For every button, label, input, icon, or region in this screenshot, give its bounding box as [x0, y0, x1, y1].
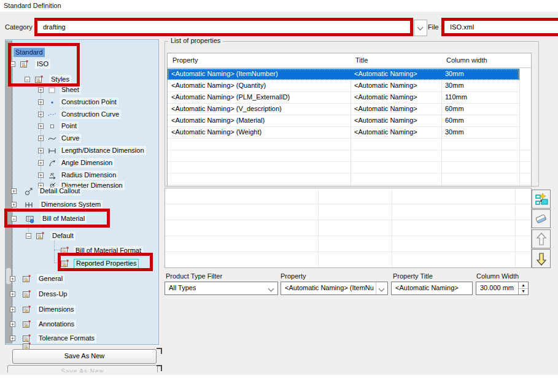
add-property-button[interactable] — [532, 190, 551, 209]
sheet-icon — [48, 86, 56, 94]
tree-item[interactable]: +Angle Dimension — [0, 158, 159, 167]
move-down-button[interactable] — [532, 249, 551, 268]
cell-column-width: 60mm — [445, 105, 464, 112]
expand-icon[interactable]: + — [38, 172, 44, 178]
page-background — [0, 375, 558, 392]
tree-item-label[interactable]: Dimensions System — [39, 200, 103, 209]
spinner-down-icon[interactable]: ▼ — [519, 288, 528, 294]
standard-doc-icon — [22, 290, 31, 299]
standard-doc-icon — [22, 306, 31, 314]
expand-icon[interactable]: + — [11, 202, 17, 207]
collapse-icon[interactable]: − — [10, 61, 15, 67]
column-header-column-width[interactable]: Column width — [446, 56, 487, 64]
standard-doc-icon — [22, 320, 31, 329]
expand-icon[interactable]: + — [11, 188, 17, 194]
expand-icon[interactable]: + — [10, 291, 15, 297]
tree-item[interactable]: +Dimensions — [0, 305, 159, 314]
tree-item-label[interactable]: Bill of Material — [41, 214, 87, 223]
tree-item[interactable]: +Dress-Up — [0, 290, 159, 299]
column-width-value: 30.000 mm — [480, 284, 514, 291]
tree-item[interactable]: +Sheet — [0, 85, 159, 94]
tree-item[interactable]: −Default — [0, 231, 159, 240]
column-header-property[interactable]: Property — [172, 56, 198, 64]
expand-icon[interactable]: + — [10, 276, 15, 282]
tree-item[interactable]: +Construction Curve — [0, 110, 159, 119]
expand-icon[interactable]: + — [10, 321, 15, 327]
tree-item-label[interactable]: Standard — [14, 48, 45, 57]
tree-item-label[interactable]: Reported Properties — [74, 259, 139, 269]
cell-title: <Automatic Naming> — [354, 93, 417, 101]
tree-item-label[interactable]: ISO — [35, 60, 50, 69]
tree-item[interactable]: +Annotations — [0, 320, 159, 329]
tree-item[interactable]: +Point — [0, 121, 159, 131]
tree-item[interactable]: −Styles — [0, 75, 159, 84]
expand-icon[interactable]: + — [38, 148, 44, 153]
tree-item-label[interactable]: Detail Callout — [38, 186, 82, 196]
column-width-spinner[interactable]: 30.000 mm ▲ ▼ — [476, 282, 529, 295]
window-titlebar — [0, 0, 558, 12]
tree-item-label[interactable]: Bill of Material Format — [74, 246, 143, 255]
save-as-new-button[interactable]: Save As New — [12, 349, 157, 364]
expand-icon[interactable]: + — [38, 136, 44, 141]
table-row[interactable]: <Automatic Naming> (Quantity)<Automatic … — [168, 80, 519, 92]
expand-icon[interactable]: + — [38, 112, 44, 117]
product-type-filter-select[interactable]: All Types — [165, 282, 278, 295]
collapse-icon[interactable]: − — [26, 233, 31, 239]
collapse-icon[interactable]: − — [25, 77, 30, 82]
tree-item[interactable]: Reported Properties — [0, 259, 159, 268]
category-dropdown-button[interactable] — [414, 20, 427, 36]
expand-icon[interactable]: + — [38, 123, 44, 129]
collapse-icon[interactable]: − — [11, 216, 17, 221]
table-row[interactable]: <Automatic Naming> (ItemNumber)<Automati… — [168, 69, 519, 80]
column-header-title[interactable]: Title — [355, 56, 368, 64]
cell-column-width: 60mm — [445, 117, 464, 124]
expand-icon[interactable]: + — [10, 307, 15, 312]
category-value: drafting — [37, 21, 413, 34]
tree-item-label[interactable]: General — [37, 274, 64, 283]
product-type-filter-label: Product Type Filter — [166, 272, 222, 280]
dropdown-separator — [376, 282, 376, 294]
property-select[interactable]: <Automatic Naming> (ItemNu — [281, 282, 388, 295]
tree-item[interactable]: Standard — [0, 48, 159, 57]
table-row[interactable]: <Automatic Naming> (Material)<Automatic … — [168, 115, 519, 127]
tree-item[interactable]: −ISO — [0, 60, 159, 69]
table-row[interactable]: <Automatic Naming> (Weight)<Automatic Na… — [168, 127, 519, 139]
tree-item-label[interactable]: Styles — [49, 75, 71, 84]
move-up-button[interactable] — [532, 229, 551, 248]
expand-icon[interactable]: + — [38, 160, 44, 166]
table-row[interactable]: <Automatic Naming> (V_description)<Autom… — [168, 104, 519, 115]
standard-doc-icon — [34, 75, 43, 84]
seam-artifact — [157, 365, 162, 371]
tree-item-label[interactable]: Dimensions — [37, 305, 76, 314]
spinner-buttons[interactable]: ▲ ▼ — [518, 282, 528, 294]
tree-item[interactable]: +Detail Callout — [0, 186, 159, 196]
remove-property-button[interactable] — [532, 209, 551, 228]
tree-item[interactable]: +Dimensions System — [0, 200, 159, 209]
tree-item-label[interactable]: Curve — [60, 134, 81, 143]
tree-item-label[interactable]: Length/Distance Dimension — [60, 146, 146, 155]
tree-item[interactable]: +Length/Distance Dimension — [0, 146, 159, 155]
tree-item-label[interactable]: Dress-Up — [37, 290, 69, 299]
expand-icon[interactable]: + — [38, 87, 44, 93]
tree-item[interactable]: +Construction Point — [0, 98, 159, 107]
tree-item-label[interactable]: Point — [60, 121, 79, 131]
expand-icon[interactable]: + — [10, 336, 15, 341]
tree-item-label[interactable]: Angle Dimension — [60, 158, 114, 167]
table-row[interactable]: <Automatic Naming> (PLM_ExternalID)<Auto… — [168, 92, 519, 104]
tree-item-label[interactable]: Construction Curve — [60, 110, 121, 119]
tree-item[interactable]: −Bill of Material — [0, 214, 159, 223]
tree-item-label[interactable]: Construction Point — [60, 98, 118, 107]
tree-item-label[interactable]: Sheet — [60, 85, 81, 94]
expand-icon[interactable]: + — [38, 99, 44, 105]
property-title-input[interactable]: <Automatic Naming> — [391, 282, 473, 295]
tree-item-label[interactable]: Annotations — [37, 320, 76, 329]
tree-item-label[interactable]: Default — [50, 231, 76, 240]
tree-item-label[interactable]: Radius Dimension — [60, 171, 118, 180]
radius-dimension-icon: R — [48, 171, 56, 180]
tree-item[interactable]: Bill of Material Format — [0, 246, 159, 255]
tree-item[interactable]: +Curve — [0, 134, 159, 143]
category-input[interactable]: drafting — [37, 21, 413, 34]
tree-item[interactable]: +General — [0, 274, 159, 283]
tree-item[interactable]: +RRadius Dimension — [0, 171, 159, 180]
file-input[interactable]: ISO.xml — [444, 21, 558, 34]
